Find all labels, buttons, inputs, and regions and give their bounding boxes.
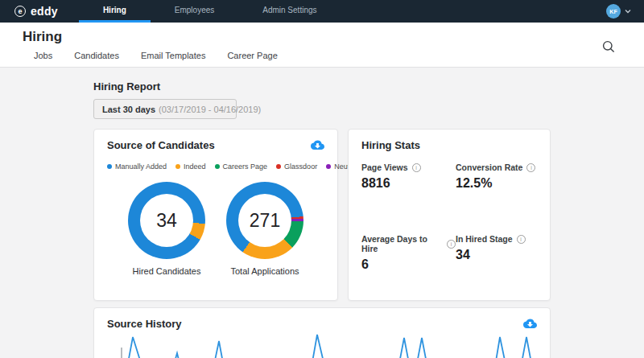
search-icon[interactable] (602, 40, 615, 56)
nav-user-menu[interactable]: KF (606, 0, 644, 23)
date-range-value: Last 30 days (102, 105, 155, 114)
stat-value: 12.5% (456, 176, 537, 191)
stat-page-views: Page Viewsi 8816 (361, 163, 456, 191)
tab-email-templates[interactable]: Email Templates (141, 51, 206, 60)
date-range-dropdown[interactable]: Last 30 days (03/17/2019 - 04/16/2019) (93, 99, 237, 119)
card-title: Source History (107, 318, 181, 330)
legend-dot-neuvoo (326, 164, 331, 169)
eddy-logo-icon: e (14, 6, 26, 17)
legend-dot-indeed (175, 164, 180, 169)
donut-charts: 34 Hired Candidates 271 Total Applicatio… (107, 182, 324, 276)
hired-candidates-donut-ring: 34 (128, 182, 205, 259)
chevron-down-icon[interactable] (625, 9, 631, 14)
total-applications-donut-ring: 271 (226, 182, 303, 259)
source-history-card: Source History (93, 307, 551, 358)
info-icon[interactable]: i (517, 235, 526, 244)
source-history-line-chart (94, 331, 551, 358)
card-title: Hiring Stats (361, 139, 537, 151)
legend-item: Glassdoor (276, 163, 317, 171)
hiring-tabs: Jobs Candidates Email Templates Career P… (0, 45, 644, 60)
cloud-download-icon[interactable] (523, 318, 537, 328)
donut-value: 271 (250, 210, 280, 232)
cloud-download-icon[interactable] (311, 139, 324, 150)
legend-item: Indeed (175, 163, 206, 171)
tab-candidates[interactable]: Candidates (74, 51, 119, 60)
stat-in-hired-stage: In Hired Stagei 34 (456, 234, 537, 272)
total-applications-donut: 271 Total Applications (226, 182, 303, 276)
donut-label: Total Applications (226, 266, 303, 276)
legend-dot-manually-added (107, 164, 112, 169)
page-title: Hiring (0, 23, 644, 45)
brand-logo[interactable]: e eddy (0, 0, 72, 23)
stat-value: 6 (361, 257, 456, 272)
page-header: Hiring Jobs Candidates Email Templates C… (0, 23, 644, 68)
stat-value: 34 (456, 248, 537, 262)
avatar[interactable]: KF (606, 4, 621, 19)
stat-conversion-rate: Conversion Ratei 12.5% (456, 163, 537, 191)
donut-legend: Manually Added Indeed Careers Page Glass… (107, 163, 324, 171)
tab-career-page[interactable]: Career Page (227, 51, 277, 60)
nav-item-hiring[interactable]: Hiring (79, 0, 151, 23)
report-heading: Hiring Report (93, 80, 551, 93)
stat-average-days-to-hire: Average Days to Hirei 6 (361, 234, 456, 272)
legend-item: Careers Page (215, 163, 268, 171)
legend-dot-glassdoor (276, 164, 281, 169)
primary-nav: Hiring Employees Admin Settings (79, 0, 341, 23)
top-nav: e eddy Hiring Employees Admin Settings K… (0, 0, 644, 23)
cards-row: Source of Candidates Manually Added Inde… (93, 129, 551, 301)
nav-item-admin-settings[interactable]: Admin Settings (238, 0, 341, 23)
donut-label: Hired Candidates (128, 266, 205, 276)
content-area: Hiring Report Last 30 days (03/17/2019 -… (0, 80, 644, 358)
stat-value: 8816 (361, 176, 456, 191)
nav-item-employees[interactable]: Employees (151, 0, 238, 23)
tab-jobs[interactable]: Jobs (34, 51, 52, 60)
info-icon[interactable]: i (526, 163, 535, 172)
legend-dot-careers-page (215, 164, 220, 169)
info-icon[interactable]: i (447, 240, 456, 249)
legend-item: Manually Added (107, 163, 167, 171)
date-range-detail: (03/17/2019 - 04/16/2019) (159, 105, 261, 114)
info-icon[interactable]: i (412, 163, 421, 172)
source-of-candidates-card: Source of Candidates Manually Added Inde… (93, 129, 338, 301)
brand-name: eddy (31, 5, 58, 18)
stats-grid: Page Viewsi 8816 Conversion Ratei 12.5% … (361, 163, 537, 272)
hiring-stats-card: Hiring Stats Page Viewsi 8816 Conversion… (348, 129, 551, 301)
donut-value: 34 (156, 210, 177, 232)
hired-candidates-donut: 34 Hired Candidates (128, 182, 205, 276)
card-title: Source of Candidates (107, 139, 215, 151)
